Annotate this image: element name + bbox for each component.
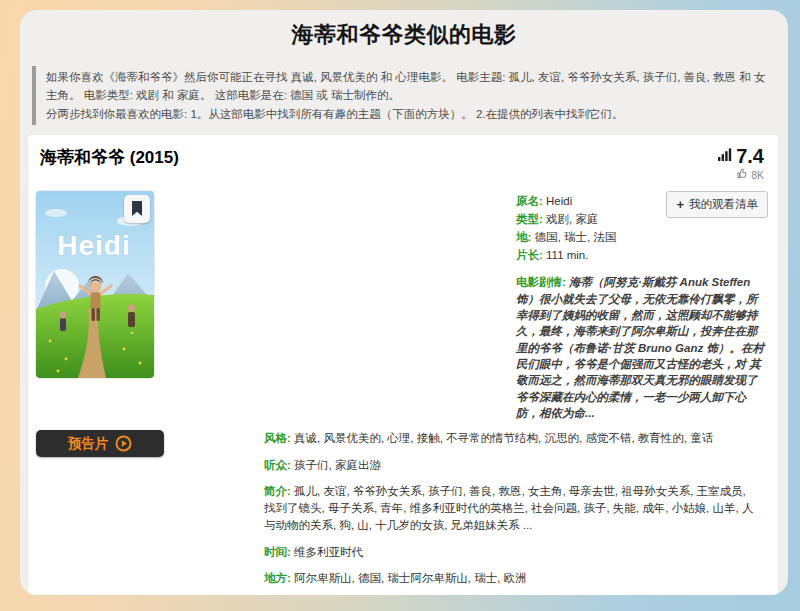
watchlist-button[interactable]: + 我的观看清单	[666, 191, 768, 218]
page-title: 海蒂和爷爷类似的电影	[20, 10, 788, 56]
main-card: 海蒂和爷爷类似的电影 如果你喜欢《海蒂和爷爷》然后你可能正在寻找 真诚, 风景优…	[20, 10, 788, 595]
movie-header: 海蒂和爷爷 (2015) 7.4 8K	[28, 135, 778, 185]
plus-icon: +	[676, 197, 684, 212]
rating-value: 7.4	[736, 146, 764, 166]
intro-line-1: 如果你喜欢《海蒂和爷爷》然后你可能正在寻找 真诚, 风景优美的 和 心理电影。 …	[46, 68, 770, 105]
attribute-row-synopsis: 简介: 孤儿, 友谊, 爷爷孙女关系, 孩子们, 善良, 救恩, 女主角, 母亲…	[264, 483, 760, 535]
poster-title: Heidi	[57, 230, 130, 261]
rating-bars-icon	[718, 147, 732, 165]
trailer-button[interactable]: 预告片	[36, 430, 164, 457]
plot-block: 电影剧情: 海蒂（阿努克·斯戴芬 Anuk Steffen 饰）很小就失去了父母…	[516, 274, 764, 421]
movie-poster[interactable]: Heidi	[36, 191, 154, 378]
intro-blockquote: 如果你喜欢《海蒂和爷爷》然后你可能正在寻找 真诚, 风景优美的 和 心理电影。 …	[32, 66, 776, 125]
attributes-column: 风格: 真诚, 风景优美的, 心理, 接触, 不寻常的情节结构, 沉思的, 感觉…	[264, 430, 764, 587]
attribute-row-place: 地方: 阿尔卑斯山, 德国, 瑞士阿尔卑斯山, 瑞士, 欧洲	[264, 570, 760, 587]
watchlist-label: 我的观看清单	[689, 197, 758, 212]
info-row-duration: 片长: 111 min.	[516, 247, 764, 265]
attribute-row-time: 时间: 维多利亚时代	[264, 544, 760, 561]
info-row-country: 地: 德国, 瑞士, 法国	[516, 229, 764, 247]
trailer-column: 预告片	[36, 430, 264, 587]
play-icon	[115, 435, 132, 452]
movie-info-column: + 我的观看清单 原名: Heidi 类型: 戏剧, 家庭 地: 德国, 瑞士,…	[516, 191, 764, 421]
bookmark-badge[interactable]	[124, 195, 150, 223]
rating-block: 7.4 8K	[718, 146, 764, 181]
attribute-row-audience: 听众: 孩子们, 家庭出游	[264, 457, 760, 474]
movie-card: 海蒂和爷爷 (2015) 7.4 8K	[28, 135, 778, 595]
votes-count: 8K	[751, 169, 764, 181]
movie-title: 海蒂和爷爷 (2015)	[40, 146, 179, 169]
intro-line-2: 分两步找到你最喜欢的电影: 1。从这部电影中找到所有有趣的主题（下面的方块）。 …	[46, 105, 770, 123]
attribute-row-style: 风格: 真诚, 风景优美的, 心理, 接触, 不寻常的情节结构, 沉思的, 感觉…	[264, 430, 760, 447]
plot-label: 电影剧情:	[516, 276, 566, 288]
thumbs-up-icon	[737, 168, 748, 181]
bookmark-icon	[131, 201, 143, 217]
movie-body: Heidi + 我的观看清单 原名: Heidi	[28, 185, 778, 587]
plot-text: 海蒂（阿努克·斯戴芬 Anuk Steffen 饰）很小就失去了父母，无依无靠伶…	[516, 276, 764, 419]
trailer-label: 预告片	[68, 435, 109, 453]
